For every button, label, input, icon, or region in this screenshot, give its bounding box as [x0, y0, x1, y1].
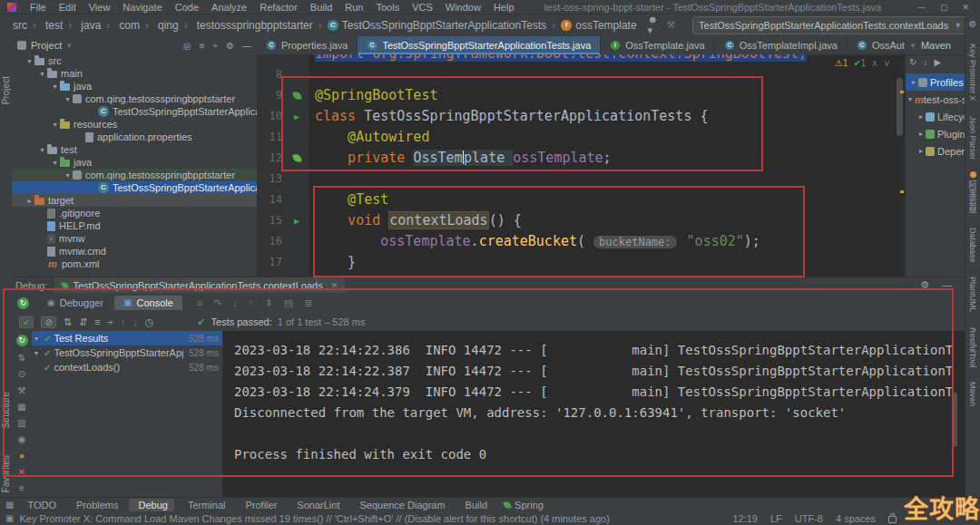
toggle-auto-test-icon[interactable]: ⊙: [18, 369, 25, 379]
console-scrollbar[interactable]: [952, 393, 957, 447]
rerun-icon[interactable]: ↻: [17, 297, 29, 309]
tree-item[interactable]: ▾ java: [12, 80, 257, 92]
run-test-icon[interactable]: ▶: [294, 210, 299, 231]
spring-leaf-icon[interactable]: [292, 91, 301, 100]
maven-run-icon[interactable]: ▶: [934, 57, 941, 72]
tree-item[interactable]: pom.xml: [12, 258, 257, 270]
run-class-icon[interactable]: ▶: [294, 106, 299, 127]
breadcrumb-item[interactable]: test: [29, 19, 64, 32]
spring-bean-icon[interactable]: [292, 153, 301, 162]
step-up-icon[interactable]: ↑: [249, 297, 254, 309]
breadcrumb-item[interactable]: qing: [142, 19, 181, 32]
menu-item[interactable]: Code: [169, 2, 205, 13]
tree-expand-arrow[interactable]: ▾: [63, 95, 73, 103]
rerun-failed-icon[interactable]: ⇅: [18, 353, 25, 363]
tree-expand-arrow[interactable]: ▾: [24, 57, 34, 65]
tree-item[interactable]: ▸ target: [12, 194, 257, 207]
close-icon[interactable]: ✕: [331, 281, 338, 290]
menu-item[interactable]: Build: [304, 2, 338, 13]
tool-window-button[interactable]: Debug: [129, 499, 174, 511]
step-out-icon[interactable]: ⇞: [265, 297, 273, 309]
tab-debugger[interactable]: ◉ Debugger: [38, 296, 113, 310]
sort-by-duration-icon[interactable]: ⇵: [79, 316, 87, 328]
tree-expand-arrow[interactable]: ▸: [24, 197, 34, 205]
menu-item[interactable]: VCS: [406, 2, 439, 13]
maven-tree-item[interactable]: ▸ Lifecycle: [906, 108, 965, 125]
test-history-icon[interactable]: ◷: [145, 316, 154, 328]
show-ignored-icon[interactable]: ⊘: [41, 316, 55, 328]
close-button[interactable]: ✕: [962, 3, 969, 12]
step-down-icon[interactable]: ↓: [233, 297, 239, 309]
debug-session-tab[interactable]: TestOssSpringBpptStarterApplicationTests…: [54, 277, 345, 293]
tool-stripe-project[interactable]: Project: [1, 76, 11, 104]
user-icon[interactable]: ☻▾: [648, 14, 659, 36]
maven-tree-item[interactable]: ▾ test-oss-spring-bppt-starter: [906, 91, 965, 108]
export-results-icon[interactable]: ◉: [18, 434, 26, 444]
tool-stripe-item[interactable]: 阿里云盘: [967, 171, 979, 213]
menu-item[interactable]: Tools: [369, 2, 406, 13]
breadcrumb-item[interactable]: java: [64, 19, 103, 32]
screenshot-icon[interactable]: ●: [19, 451, 24, 461]
caret-position[interactable]: 12:19: [732, 513, 758, 524]
inspection-widget[interactable]: ⚠1 ✔1 ∧ ∨: [835, 58, 890, 68]
tree-item[interactable]: ▾ src: [12, 54, 257, 67]
tool-stripe-item[interactable]: Key Promoter X: [968, 41, 977, 102]
tree-expand-arrow[interactable]: ▾: [37, 146, 47, 154]
hide-panel-icon[interactable]: —: [942, 279, 952, 291]
tool-stripe-item[interactable]: RestfulTool: [968, 325, 977, 368]
breadcrumb-item[interactable]: src: [7, 19, 29, 32]
tree-item[interactable]: application.properties: [12, 131, 257, 143]
tool-window-button[interactable]: Terminal: [178, 499, 232, 511]
show-passed-icon[interactable]: ✔: [19, 316, 34, 328]
tool-window-button[interactable]: Sequence Diagram: [349, 499, 451, 511]
mute-breakpoints-icon[interactable]: ≣: [304, 297, 312, 309]
editor-tab[interactable]: OssTemplate.java: [601, 36, 714, 54]
maven-refresh-icon[interactable]: ↻: [909, 57, 916, 72]
tool-stripe-item[interactable]: PlantUML: [968, 274, 977, 313]
tree-expand-arrow[interactable]: ▾: [50, 159, 60, 167]
step-over-icon[interactable]: ≡: [197, 297, 202, 309]
prev-issue-icon[interactable]: ∧: [871, 58, 877, 68]
step-into-icon[interactable]: ↷: [213, 297, 221, 309]
tool-stripe-item[interactable]: Json Parser: [968, 113, 977, 160]
test-result-row[interactable]: ✔ contextLoads() 528 ms: [32, 360, 222, 374]
chevron-down-icon[interactable]: ▼: [909, 42, 916, 50]
tool-window-button[interactable]: SonarLint: [287, 499, 346, 511]
previous-failed-icon[interactable]: ↑: [121, 316, 126, 327]
rerun-tests-icon[interactable]: ↻: [16, 335, 28, 346]
locate-icon[interactable]: ◎: [183, 41, 191, 51]
tool-window-button[interactable]: TODO: [17, 499, 63, 511]
tree-expand-arrow[interactable]: ▾: [63, 171, 73, 180]
chevron-down-icon[interactable]: ▼: [65, 42, 73, 50]
pin-tab-icon[interactable]: ▦: [17, 402, 25, 412]
tree-item[interactable]: ▾ main: [12, 67, 257, 80]
lock-icon[interactable]: [888, 516, 897, 523]
project-panel-title[interactable]: Project: [31, 40, 62, 51]
line-separator[interactable]: LF: [770, 513, 782, 524]
tree-item[interactable]: TestOssSpringBpptStarterApplication: [12, 105, 257, 118]
settings-wrench-icon[interactable]: ⚒: [18, 385, 26, 395]
tree-item[interactable]: ▾ com.qing.testossspringbpptstarter: [12, 92, 257, 105]
maven-download-icon[interactable]: ↓: [923, 57, 927, 72]
indent-setting[interactable]: 4 spaces: [836, 513, 876, 524]
menu-item[interactable]: Edit: [53, 2, 83, 13]
tool-stripe-structure[interactable]: Structure: [1, 392, 11, 429]
menu-item[interactable]: File: [24, 2, 53, 13]
maven-tree-item[interactable]: ▸ Dependencies: [906, 142, 965, 160]
collapse-all-icon[interactable]: ≡: [200, 41, 205, 51]
test-result-row[interactable]: ▾ ✔ TestOssSpringBpptStarterApplic 528 m…: [32, 345, 222, 360]
tree-item[interactable]: mvnw: [12, 232, 257, 245]
tool-window-button[interactable]: Profiler: [236, 499, 284, 511]
more-options-icon[interactable]: ≡: [19, 483, 24, 493]
tool-window-button[interactable]: Spring: [497, 499, 550, 511]
next-issue-icon[interactable]: ∨: [884, 58, 890, 68]
run-configuration-select[interactable]: TestOssSpringBpptStarterApplicationTests…: [692, 16, 968, 34]
tree-item[interactable]: ▾ java: [12, 156, 257, 169]
editor-tab[interactable]: TestOssSpringBpptStarterApplicationTests…: [358, 36, 601, 54]
collapse-all-icon[interactable]: ÷: [108, 316, 113, 327]
breadcrumb-item[interactable]: com: [103, 19, 142, 32]
gear-icon[interactable]: ⚙: [920, 279, 929, 291]
tool-window-button[interactable]: Problems: [66, 499, 124, 511]
tree-item[interactable]: mvnw.cmd: [12, 245, 257, 258]
tool-stripe-favorites[interactable]: Favorites: [1, 455, 11, 492]
